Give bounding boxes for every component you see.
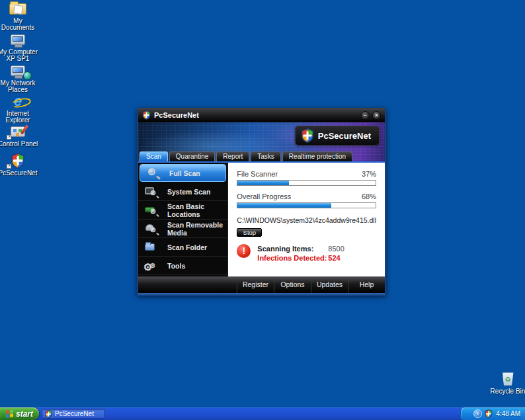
shortcut-arrow-icon: ↗ — [7, 164, 11, 169]
logo-text: PcSecureNet — [318, 131, 371, 141]
file-scanner-progress-fill — [237, 181, 288, 185]
pcsecurenet-shield-icon: ↗ — [0, 153, 38, 169]
desktop-icon-my-network-places[interactable]: My Network Places — [0, 63, 38, 93]
my-network-places-icon — [0, 63, 38, 79]
internet-explorer-icon: e — [0, 93, 38, 109]
sidebar-item-label: Scan Folder — [167, 243, 207, 251]
options-button[interactable]: Options — [274, 276, 311, 293]
desktop-icon-label: My Computer XP SP1 — [0, 49, 38, 62]
desktop-icon-my-computer[interactable]: My Computer XP SP1 — [0, 32, 38, 62]
scan-panel: File Scanner 37% Overall Progress 68% C:… — [228, 163, 385, 276]
sidebar-item-label: Scan Removable Media — [167, 221, 227, 237]
logo-shield-icon — [301, 128, 314, 143]
sidebar: Full Scan System Scan Scan Basic Locatio… — [138, 163, 228, 276]
scan-removable-media-icon — [143, 222, 161, 235]
tray-shield-icon[interactable] — [485, 409, 493, 418]
taskbar: start PcSecureNet ‹ 4:48 AM — [0, 407, 525, 420]
tab-quarantine[interactable]: Quarantine — [169, 151, 215, 161]
window-titlebar[interactable]: PcSecureNet − ✕ — [138, 108, 385, 122]
infections-detected-value: 524 — [328, 253, 340, 263]
sidebar-item-tools[interactable]: ⚙⚙ Tools — [138, 257, 227, 275]
pcsecurenet-window: PcSecureNet − ✕ PcSecureNet Scan Quarant… — [137, 108, 386, 296]
desktop-icon-internet-explorer[interactable]: e Internet Explorer — [0, 93, 38, 124]
logo-badge: PcSecureNet — [295, 126, 380, 146]
taskbar-task-pcsecurenet[interactable]: PcSecureNet — [42, 409, 105, 419]
system-tray: ‹ 4:48 AM — [460, 407, 525, 420]
sidebar-item-label: Scan Basic Locations — [167, 202, 227, 218]
start-button[interactable]: start — [0, 407, 39, 420]
desktop-icon-label: PcSecureNet — [0, 170, 38, 177]
tab-scan[interactable]: Scan — [140, 151, 168, 161]
file-scanner-progressbar — [237, 180, 376, 186]
recycle-bin-icon: ♻ — [487, 371, 525, 387]
infections-detected-label: Infections Detected: — [257, 253, 328, 263]
desktop-icon-recycle-bin[interactable]: ♻ Recycle Bin — [487, 371, 525, 395]
stop-button[interactable]: Stop — [237, 228, 262, 237]
overall-progressbar — [237, 202, 376, 208]
scan-basic-locations-icon — [143, 204, 161, 217]
header-banner: PcSecureNet Scan Quarantine Report Tasks… — [138, 122, 385, 163]
register-button[interactable]: Register — [237, 276, 274, 293]
desktop: My Documents My Computer XP SP1 My Netwo… — [0, 0, 525, 420]
scanning-items-label: Scanning Items: — [257, 244, 328, 253]
task-label: PcSecureNet — [55, 410, 94, 417]
footer-bar: Register Options Updates Help — [138, 276, 385, 293]
tools-gears-icon: ⚙⚙ — [143, 259, 161, 273]
full-scan-magnifier-icon — [145, 167, 163, 180]
sidebar-item-label: System Scan — [167, 188, 210, 196]
tab-report[interactable]: Report — [216, 151, 249, 161]
desktop-icon-label: Recycle Bin — [487, 388, 525, 395]
minimize-button[interactable]: − — [361, 111, 370, 120]
tray-chevron-icon[interactable]: ‹ — [473, 409, 482, 418]
overall-progress-percent: 68% — [362, 192, 376, 200]
desktop-icon-label: My Network Places — [0, 80, 38, 93]
window-bottom-border — [138, 293, 385, 296]
app-shield-icon — [142, 110, 151, 120]
clock: 4:48 AM — [496, 410, 520, 417]
my-computer-icon — [0, 32, 38, 48]
sidebar-item-scan-removable-media[interactable]: Scan Removable Media — [138, 220, 227, 238]
tab-bar: Scan Quarantine Report Tasks Realtime pr… — [138, 151, 385, 163]
desktop-icon-label: My Documents — [0, 18, 38, 31]
sidebar-item-full-scan[interactable]: Full Scan — [140, 164, 226, 182]
overall-progress-fill — [237, 203, 331, 208]
windows-flag-icon — [6, 409, 13, 417]
warning-icon: ! — [237, 244, 251, 258]
current-file-path: C:\WINDOWS\system32\4zc4addw9re415.dll — [237, 216, 376, 224]
file-scanner-percent: 37% — [362, 170, 376, 178]
task-shield-icon — [45, 410, 52, 418]
sidebar-item-scan-basic-locations[interactable]: Scan Basic Locations — [138, 201, 227, 220]
overall-progress-label: Overall Progress — [237, 192, 291, 200]
scan-stats: ! Scanning Items: 8500 Infections Detect… — [237, 244, 376, 263]
sidebar-item-label: Full Scan — [169, 169, 200, 177]
updates-button[interactable]: Updates — [311, 276, 348, 293]
shortcut-arrow-icon: ↗ — [7, 135, 11, 140]
start-label: start — [16, 409, 33, 419]
my-documents-icon — [0, 1, 38, 17]
system-scan-icon — [143, 185, 161, 198]
close-button[interactable]: ✕ — [372, 111, 381, 120]
desktop-icon-label: Internet Explorer — [0, 110, 38, 124]
help-button[interactable]: Help — [348, 276, 385, 293]
window-title: PcSecureNet — [154, 111, 358, 119]
tab-tasks[interactable]: Tasks — [251, 151, 281, 161]
scanning-items-value: 8500 — [328, 244, 344, 253]
desktop-icon-control-panel[interactable]: ↗ Control Panel — [0, 124, 38, 147]
desktop-icon-label: Control Panel — [0, 141, 38, 147]
sidebar-item-system-scan[interactable]: System Scan — [138, 183, 227, 201]
file-scanner-label: File Scanner — [237, 170, 278, 178]
desktop-icon-my-documents[interactable]: My Documents — [0, 1, 38, 31]
sidebar-item-label: Tools — [167, 262, 185, 270]
desktop-icon-pcsecurenet[interactable]: ↗ PcSecureNet — [0, 153, 38, 177]
tab-realtime-protection[interactable]: Realtime protection — [282, 151, 352, 161]
control-panel-icon: ↗ — [0, 124, 38, 140]
scan-folder-icon — [143, 241, 161, 254]
sidebar-item-scan-folder[interactable]: Scan Folder — [138, 238, 227, 257]
